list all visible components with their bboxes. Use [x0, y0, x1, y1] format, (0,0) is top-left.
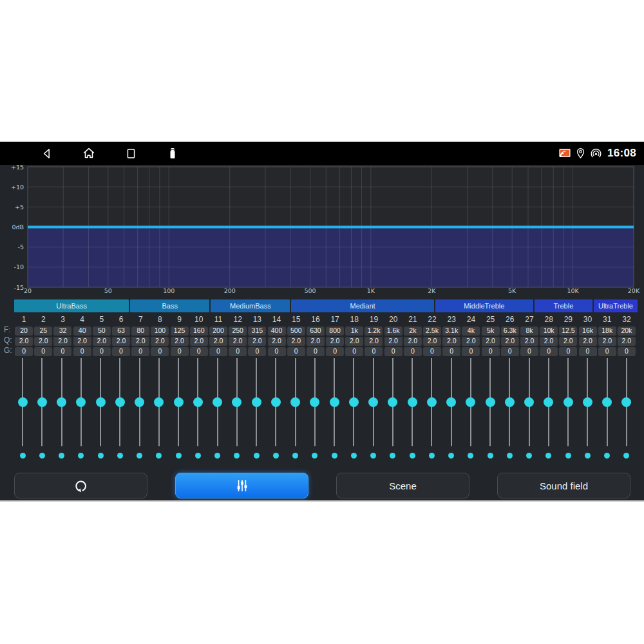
gain-slider[interactable] [325, 358, 344, 446]
gain-value[interactable]: 0 [34, 347, 52, 356]
gain-value[interactable]: 0 [248, 347, 266, 356]
gain-slider[interactable] [500, 358, 519, 446]
gain-value[interactable]: 0 [598, 347, 616, 356]
gain-value[interactable]: 0 [15, 347, 33, 356]
gain-value[interactable]: 0 [326, 347, 344, 356]
slider-knob[interactable] [115, 397, 125, 407]
slider-knob[interactable] [213, 397, 222, 407]
equalizer-button[interactable] [175, 473, 308, 498]
gain-slider[interactable] [539, 358, 558, 446]
gain-slider[interactable] [442, 358, 461, 446]
gain-value[interactable]: 0 [384, 347, 402, 356]
gain-slider[interactable] [32, 358, 52, 446]
gain-value[interactable]: 0 [442, 347, 460, 356]
gain-value[interactable]: 0 [618, 347, 636, 356]
gain-slider[interactable] [188, 358, 207, 446]
gain-slider[interactable] [578, 358, 597, 446]
gain-value[interactable]: 0 [229, 347, 247, 356]
gain-value[interactable]: 0 [190, 347, 208, 356]
gain-value[interactable]: 0 [559, 347, 577, 356]
slider-knob[interactable] [37, 397, 47, 407]
gain-slider[interactable] [91, 358, 110, 446]
home-icon[interactable] [82, 146, 96, 160]
gain-value[interactable]: 0 [171, 347, 189, 356]
gain-slider[interactable] [130, 358, 149, 446]
slider-knob[interactable] [330, 397, 339, 407]
gain-value[interactable]: 0 [93, 347, 111, 356]
gain-value[interactable]: 0 [462, 347, 480, 356]
slider-knob[interactable] [349, 397, 359, 407]
gain-slider[interactable] [344, 358, 363, 446]
slider-knob[interactable] [232, 397, 242, 407]
slider-knob[interactable] [583, 397, 592, 407]
slider-knob[interactable] [388, 397, 397, 407]
slider-knob[interactable] [310, 397, 319, 407]
slider-knob[interactable] [154, 397, 164, 407]
slider-knob[interactable] [96, 397, 106, 407]
gain-value[interactable]: 0 [53, 347, 71, 356]
gain-slider[interactable] [598, 358, 617, 446]
gain-value[interactable]: 0 [287, 347, 305, 356]
gain-value[interactable]: 0 [307, 347, 325, 356]
gain-slider[interactable] [286, 358, 305, 446]
gain-value[interactable]: 0 [423, 347, 441, 356]
reset-button[interactable] [14, 473, 147, 498]
gain-value[interactable]: 0 [151, 347, 169, 356]
slider-knob[interactable] [252, 397, 261, 407]
gain-slider[interactable] [461, 358, 480, 446]
gain-slider[interactable] [227, 358, 247, 446]
slider-knob[interactable] [564, 397, 573, 407]
slider-knob[interactable] [193, 397, 203, 407]
gain-value[interactable]: 0 [112, 347, 130, 356]
gain-value[interactable]: 0 [520, 347, 538, 356]
slider-knob[interactable] [524, 397, 534, 407]
gain-slider[interactable] [383, 358, 402, 446]
slider-knob[interactable] [505, 397, 515, 407]
gain-value[interactable]: 0 [131, 347, 149, 356]
slider-knob[interactable] [18, 397, 28, 407]
sound-field-button[interactable]: Sound field [497, 473, 630, 498]
slider-knob[interactable] [446, 397, 456, 407]
slider-knob[interactable] [544, 397, 553, 407]
gain-slider[interactable] [169, 358, 188, 446]
gain-slider[interactable] [617, 358, 636, 446]
slider-knob[interactable] [174, 397, 184, 407]
slider-knob[interactable] [466, 397, 475, 407]
slider-knob[interactable] [135, 397, 144, 407]
gain-slider[interactable] [52, 358, 71, 446]
slider-knob[interactable] [408, 397, 417, 407]
gain-slider[interactable] [305, 358, 325, 446]
gain-slider[interactable] [520, 358, 539, 446]
gain-slider[interactable] [71, 358, 91, 446]
gain-slider[interactable] [208, 358, 227, 446]
gain-slider[interactable] [402, 358, 422, 446]
slider-knob[interactable] [76, 397, 86, 407]
scene-button[interactable]: Scene [336, 473, 469, 498]
slider-knob[interactable] [427, 397, 437, 407]
gain-slider[interactable] [110, 358, 129, 446]
gain-value[interactable]: 0 [501, 347, 519, 356]
back-icon[interactable] [40, 147, 53, 160]
gain-slider[interactable] [558, 358, 578, 446]
gain-value[interactable]: 0 [73, 347, 91, 356]
usb-icon[interactable] [166, 146, 179, 160]
gain-slider[interactable] [13, 358, 32, 446]
gain-value[interactable]: 0 [482, 347, 500, 356]
gain-value[interactable]: 0 [345, 347, 363, 356]
gain-value[interactable]: 0 [540, 347, 558, 356]
gain-value[interactable]: 0 [404, 347, 422, 356]
gain-slider[interactable] [364, 358, 383, 446]
gain-value[interactable]: 0 [579, 347, 597, 356]
slider-knob[interactable] [621, 397, 631, 407]
slider-knob[interactable] [486, 397, 495, 407]
slider-knob[interactable] [271, 397, 281, 407]
gain-slider[interactable] [422, 358, 441, 446]
slider-knob[interactable] [602, 397, 612, 407]
slider-knob[interactable] [290, 397, 300, 407]
gain-slider[interactable] [149, 358, 169, 446]
gain-slider[interactable] [266, 358, 285, 446]
gain-slider[interactable] [480, 358, 500, 446]
gain-value[interactable]: 0 [365, 347, 383, 356]
recents-icon[interactable] [124, 147, 138, 160]
gain-value[interactable]: 0 [268, 347, 286, 356]
